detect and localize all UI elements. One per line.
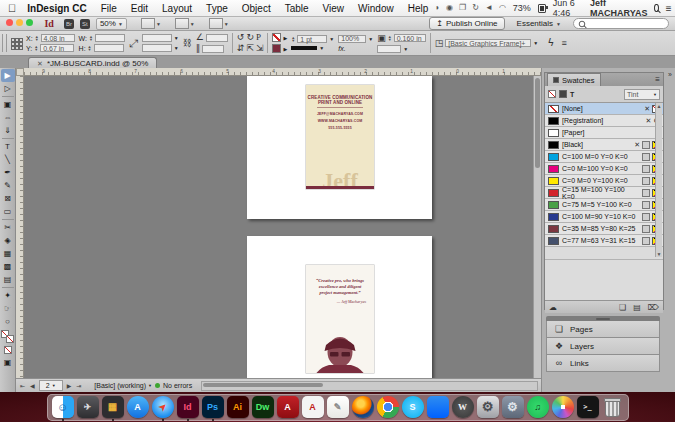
gap-tool[interactable]: ⇔ [1,111,15,124]
next-page-button[interactable]: ▶ [66,382,73,389]
zoom-window-button[interactable] [26,19,33,26]
gradient-swatch-tool[interactable]: ▦ [1,247,15,260]
photos-icon[interactable] [552,396,574,418]
publish-online-button[interactable]: ↥ Publish Online [429,17,504,30]
stock-icon[interactable]: St [80,19,90,29]
stroke-weight-field[interactable]: 1 pt [297,35,327,43]
first-page-button[interactable]: ⇤ [19,382,26,389]
frame-tool[interactable]: ⊠ [1,192,15,205]
tools-stroke-chip[interactable] [6,335,14,343]
spotlight-icon[interactable] [654,4,658,12]
object-style-dropdown[interactable]: [Basic Graphics Frame]+ [445,39,531,47]
direct-selection-tool[interactable]: ▷ [1,82,15,95]
swatch-row[interactable]: C=100 M=0 Y=0 K=0 [545,151,663,163]
trash-icon[interactable] [602,396,624,418]
horizontal-scrollbar[interactable] [201,381,538,391]
finder-icon[interactable]: ☺ [52,396,74,418]
photoshop-icon[interactable]: Ps [202,396,224,418]
type-tool[interactable]: T [1,140,15,153]
last-page-button[interactable]: ⇥ [75,382,82,389]
eyedropper-tool[interactable]: ✦ [1,289,15,302]
wordpress-icon[interactable]: W [452,396,474,418]
collapse-panels-button[interactable]: » [668,71,672,78]
mission-control-icon[interactable]: ▦ [102,396,124,418]
swatch-row[interactable]: C=75 M=5 Y=100 K=0 [545,199,663,211]
opacity-field[interactable]: 100% [338,35,366,43]
pencil-tool[interactable]: ✎ [1,179,15,192]
pen-tool[interactable]: ✒ [1,166,15,179]
rotation-angle-field[interactable] [206,34,228,42]
terminal-icon[interactable]: >_ [577,396,599,418]
volume-icon[interactable]: ◄ [485,4,493,12]
spotify-icon[interactable]: ♫ [527,396,549,418]
menu-item-type[interactable]: Type [199,3,235,14]
delete-swatch-icon[interactable]: ⌦ [648,303,659,312]
menu-app-name[interactable]: InDesign CC [20,3,93,14]
swatch-row[interactable]: [Black]✕ [545,139,663,151]
zoom-tool[interactable]: ○ [1,315,15,328]
business-card-back[interactable]: “Creative pro, who brings excellence and… [306,265,374,373]
sync-icon[interactable]: ↻ [472,4,479,12]
y-position-field[interactable]: 0.67 in [40,44,74,52]
selection-tool[interactable]: ▶ [1,69,15,82]
camera-icon[interactable]: ◉ [446,4,453,12]
textedit-icon[interactable]: ✎ [327,396,349,418]
swatch-row[interactable]: C=15 M=100 Y=100 K=0 [545,187,663,199]
dropbox-icon[interactable] [427,396,449,418]
screen-mode-dropdown[interactable]: ▼ [175,18,195,29]
panel-button-pages[interactable]: ❏Pages [546,321,660,338]
preflight-menu[interactable]: [Basic] (working)▼ [94,382,152,389]
stroke-color-chip[interactable] [272,44,281,53]
fill-color-chip[interactable] [272,33,281,42]
corner-stepper[interactable]: ▲▼ [388,35,392,41]
swatches-panel-menu-icon[interactable]: ≡ [655,75,660,84]
new-color-group-icon[interactable]: ▤ [633,303,641,312]
displays-icon[interactable]: ❐ [459,4,466,12]
vertical-scrollbar-thumb[interactable] [535,78,540,168]
swatch-row[interactable]: [Registration]✕⊕ [545,115,663,127]
user-menu[interactable]: Jeff MACHARYAS [590,0,647,18]
screen-mode-button[interactable]: ▣ [1,356,15,369]
arrange-documents-dropdown[interactable]: ▼ [209,18,229,29]
shear-angle-field[interactable] [202,45,224,53]
content-collector-tool[interactable]: ⇓ [1,124,15,137]
apple-menu-icon[interactable]:  [8,2,16,14]
free-transform-tool[interactable]: ◈ [1,234,15,247]
swatch-row[interactable]: [Paper] [545,127,663,139]
page-tool[interactable]: ▣ [1,98,15,111]
menu-item-object[interactable]: Object [235,3,278,14]
zoom-level-dropdown[interactable]: 50%▼ [96,18,127,30]
minimize-window-button[interactable] [16,19,23,26]
menu-item-layout[interactable]: Layout [155,3,199,14]
launchpad-icon[interactable]: ✈ [77,396,99,418]
workspace-switcher[interactable]: Essentials▼ [517,19,561,28]
fill-stroke-proxy[interactable] [1,330,14,343]
stroke-weight-stepper[interactable]: ▲▼ [291,36,295,42]
gradient-feather-tool[interactable]: ▩ [1,260,15,273]
scissors-tool[interactable]: ✂ [1,221,15,234]
safari-icon[interactable]: ➤ [152,396,174,418]
line-tool[interactable]: ╲ [1,153,15,166]
ruler-origin[interactable] [16,68,24,76]
rectangle-tool[interactable]: ▭ [1,205,15,218]
constrain-proportions-icon[interactable]: ⤢ [129,38,138,49]
x-position-field[interactable]: 4.08 in [41,34,75,42]
menu-item-view[interactable]: View [316,3,352,14]
close-window-button[interactable] [6,19,13,26]
wifi-icon[interactable]: ◠ [499,4,506,12]
control-panel-menu-icon[interactable]: ≡ [561,39,566,48]
tint-field[interactable]: Tint ▼ [624,89,660,100]
apply-to-text-button[interactable]: T [570,91,574,98]
business-card-front[interactable]: CREATIVE COMMUNICATION PRINT AND ONLINE … [306,85,374,189]
panel-button-layers[interactable]: ❖Layers [546,338,660,355]
scale-y-field[interactable] [142,44,172,52]
select-container-icon[interactable]: ⇱ [246,44,254,53]
swatch-list-scrollbar[interactable]: ▲▼ [655,103,662,257]
corner-radius-field[interactable]: 0.160 in [394,34,426,42]
menu-item-edit[interactable]: Edit [124,3,155,14]
quick-apply-icon[interactable]: ϟ [548,38,553,48]
automator-icon[interactable]: ⚙ [502,396,524,418]
hand-tool[interactable]: ☞ [1,302,15,315]
vertical-ruler[interactable] [16,76,24,378]
corner-shape-dropdown[interactable] [377,45,401,53]
